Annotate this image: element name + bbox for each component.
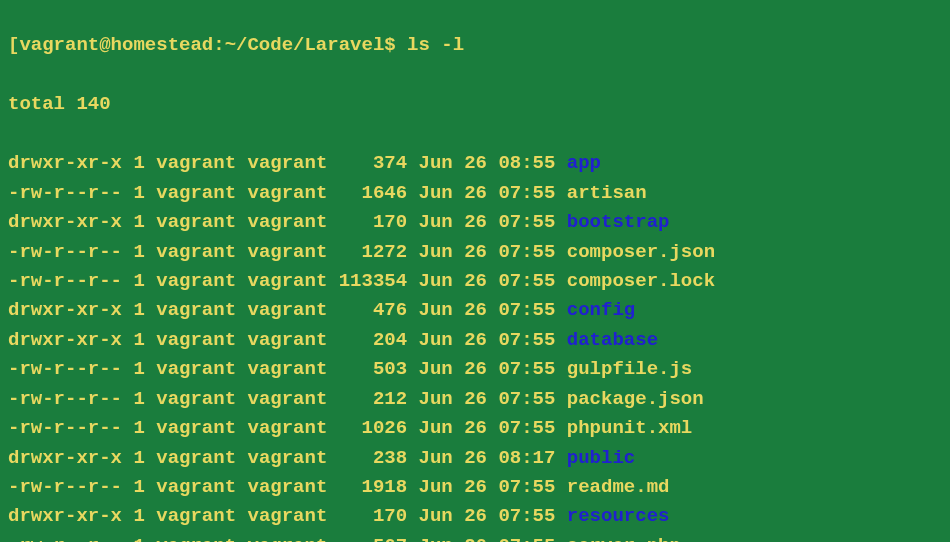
listing-row: -rw-r--r-- 1 vagrant vagrant 113354 Jun … bbox=[8, 267, 942, 296]
owner: vagrant bbox=[156, 329, 236, 351]
date-day: 26 bbox=[464, 535, 487, 542]
group: vagrant bbox=[247, 535, 327, 542]
total-line: total 140 bbox=[8, 90, 942, 119]
date-time: 08:55 bbox=[498, 152, 555, 174]
link-count: 1 bbox=[133, 182, 144, 204]
command-text: ls -l bbox=[407, 34, 464, 56]
date-day: 26 bbox=[464, 358, 487, 380]
directory-name: config bbox=[567, 299, 635, 321]
file-name: artisan bbox=[567, 182, 647, 204]
date-day: 26 bbox=[464, 388, 487, 410]
link-count: 1 bbox=[133, 447, 144, 469]
date-day: 26 bbox=[464, 299, 487, 321]
date-month: Jun bbox=[419, 182, 453, 204]
permissions: -rw-r--r-- bbox=[8, 417, 122, 439]
listing-row: drwxr-xr-x 1 vagrant vagrant 238 Jun 26 … bbox=[8, 444, 942, 473]
date-day: 26 bbox=[464, 476, 487, 498]
group: vagrant bbox=[247, 299, 327, 321]
group: vagrant bbox=[247, 388, 327, 410]
listing-row: -rw-r--r-- 1 vagrant vagrant 212 Jun 26 … bbox=[8, 385, 942, 414]
owner: vagrant bbox=[156, 299, 236, 321]
directory-name: app bbox=[567, 152, 601, 174]
owner: vagrant bbox=[156, 417, 236, 439]
date-month: Jun bbox=[419, 447, 453, 469]
date-month: Jun bbox=[419, 211, 453, 233]
file-name: package.json bbox=[567, 388, 704, 410]
owner: vagrant bbox=[156, 211, 236, 233]
file-name: phpunit.xml bbox=[567, 417, 692, 439]
owner: vagrant bbox=[156, 388, 236, 410]
file-size: 170 bbox=[339, 505, 407, 527]
owner: vagrant bbox=[156, 535, 236, 542]
date-day: 26 bbox=[464, 270, 487, 292]
permissions: -rw-r--r-- bbox=[8, 358, 122, 380]
date-day: 26 bbox=[464, 152, 487, 174]
listing-row: -rw-r--r-- 1 vagrant vagrant 1272 Jun 26… bbox=[8, 238, 942, 267]
file-size: 204 bbox=[339, 329, 407, 351]
prompt-separator: : bbox=[213, 34, 224, 56]
prompt-user-host: vagrant@homestead bbox=[19, 34, 213, 56]
listing-row: -rw-r--r-- 1 vagrant vagrant 503 Jun 26 … bbox=[8, 355, 942, 384]
date-time: 07:55 bbox=[498, 211, 555, 233]
file-size: 170 bbox=[339, 211, 407, 233]
date-day: 26 bbox=[464, 447, 487, 469]
file-size: 113354 bbox=[339, 270, 407, 292]
date-time: 07:55 bbox=[498, 299, 555, 321]
file-size: 374 bbox=[339, 152, 407, 174]
owner: vagrant bbox=[156, 152, 236, 174]
file-name: composer.lock bbox=[567, 270, 715, 292]
owner: vagrant bbox=[156, 505, 236, 527]
link-count: 1 bbox=[133, 241, 144, 263]
date-time: 07:55 bbox=[498, 270, 555, 292]
permissions: drwxr-xr-x bbox=[8, 211, 122, 233]
date-day: 26 bbox=[464, 211, 487, 233]
link-count: 1 bbox=[133, 476, 144, 498]
owner: vagrant bbox=[156, 182, 236, 204]
date-time: 07:55 bbox=[498, 476, 555, 498]
file-size: 1646 bbox=[339, 182, 407, 204]
group: vagrant bbox=[247, 417, 327, 439]
file-size: 212 bbox=[339, 388, 407, 410]
date-month: Jun bbox=[419, 358, 453, 380]
prompt-line: [vagrant@homestead:~/Code/Laravel$ ls -l bbox=[8, 31, 942, 60]
date-month: Jun bbox=[419, 417, 453, 439]
file-name: composer.json bbox=[567, 241, 715, 263]
date-month: Jun bbox=[419, 329, 453, 351]
prompt-dollar: $ bbox=[384, 34, 395, 56]
permissions: -rw-r--r-- bbox=[8, 241, 122, 263]
date-day: 26 bbox=[464, 417, 487, 439]
date-day: 26 bbox=[464, 182, 487, 204]
date-day: 26 bbox=[464, 505, 487, 527]
group: vagrant bbox=[247, 476, 327, 498]
file-size: 476 bbox=[339, 299, 407, 321]
directory-name: database bbox=[567, 329, 658, 351]
group: vagrant bbox=[247, 447, 327, 469]
link-count: 1 bbox=[133, 417, 144, 439]
directory-name: bootstrap bbox=[567, 211, 670, 233]
date-time: 07:55 bbox=[498, 535, 555, 542]
listing-row: drwxr-xr-x 1 vagrant vagrant 170 Jun 26 … bbox=[8, 502, 942, 531]
date-time: 07:55 bbox=[498, 358, 555, 380]
terminal[interactable]: [vagrant@homestead:~/Code/Laravel$ ls -l… bbox=[0, 0, 950, 542]
directory-name: resources bbox=[567, 505, 670, 527]
link-count: 1 bbox=[133, 152, 144, 174]
date-time: 07:55 bbox=[498, 241, 555, 263]
file-size: 1272 bbox=[339, 241, 407, 263]
link-count: 1 bbox=[133, 358, 144, 380]
date-day: 26 bbox=[464, 329, 487, 351]
prompt-path: ~/Code/Laravel bbox=[225, 34, 385, 56]
date-time: 07:55 bbox=[498, 388, 555, 410]
owner: vagrant bbox=[156, 270, 236, 292]
listing-row: drwxr-xr-x 1 vagrant vagrant 170 Jun 26 … bbox=[8, 208, 942, 237]
permissions: drwxr-xr-x bbox=[8, 299, 122, 321]
owner: vagrant bbox=[156, 447, 236, 469]
listing-row: drwxr-xr-x 1 vagrant vagrant 476 Jun 26 … bbox=[8, 296, 942, 325]
date-time: 07:55 bbox=[498, 182, 555, 204]
date-day: 26 bbox=[464, 241, 487, 263]
file-name: server.php bbox=[567, 535, 681, 542]
listing-row: -rw-r--r-- 1 vagrant vagrant 1026 Jun 26… bbox=[8, 414, 942, 443]
group: vagrant bbox=[247, 270, 327, 292]
date-time: 08:17 bbox=[498, 447, 555, 469]
file-size: 1918 bbox=[339, 476, 407, 498]
listing-rows: drwxr-xr-x 1 vagrant vagrant 374 Jun 26 … bbox=[8, 149, 942, 542]
